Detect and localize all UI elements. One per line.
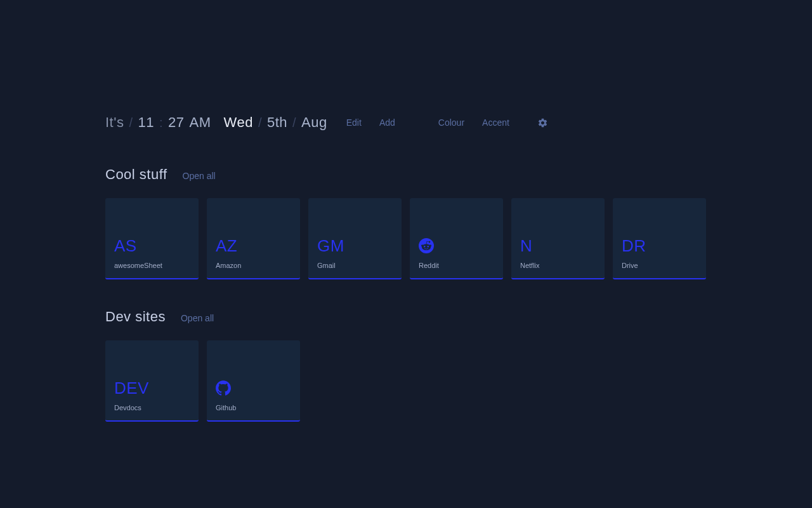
bookmark-tile[interactable]: NNetflix xyxy=(511,198,605,279)
header: It's / 11 : 27 AM Wed / 5th / Aug Edit A… xyxy=(105,114,707,131)
clock-meridiem: AM xyxy=(190,114,211,131)
open-all-button[interactable]: Open all xyxy=(183,171,216,181)
tile-label: Reddit xyxy=(419,262,494,269)
tile-display: DR xyxy=(622,236,697,255)
tile-display: AZ xyxy=(216,236,291,255)
colour-button[interactable]: Colour xyxy=(438,117,464,128)
clock-sep: / xyxy=(129,116,133,130)
bookmark-group: Cool stuffOpen allASawesomeSheetAZAmazon… xyxy=(105,166,707,279)
clock-prefix: It's xyxy=(105,114,124,131)
clock: It's / 11 : 27 AM Wed / 5th / Aug xyxy=(105,114,327,131)
tile-label: awesomeSheet xyxy=(114,262,190,269)
tile-label: Github xyxy=(216,404,291,411)
tile-display: AS xyxy=(114,236,190,255)
tile-label: Drive xyxy=(622,262,697,269)
toolbar: Edit Add Colour Accent xyxy=(346,117,548,128)
tile-display: DEV xyxy=(114,378,190,398)
bookmark-tile[interactable]: DRDrive xyxy=(613,198,706,279)
clock-sep: / xyxy=(258,116,262,130)
edit-button[interactable]: Edit xyxy=(346,117,362,128)
tile-label: Gmail xyxy=(317,262,393,269)
tile-label: Amazon xyxy=(216,262,291,269)
bookmark-group: Dev sitesOpen allDEVDevdocsGithub xyxy=(105,309,707,422)
gear-icon[interactable] xyxy=(537,117,548,128)
open-all-button[interactable]: Open all xyxy=(181,313,214,323)
clock-minute: 27 xyxy=(168,114,184,131)
group-header: Cool stuffOpen all xyxy=(105,166,707,183)
tile-label: Netflix xyxy=(520,262,596,269)
bookmark-tile[interactable]: DEVDevdocs xyxy=(105,340,199,422)
add-button[interactable]: Add xyxy=(379,117,395,128)
accent-button[interactable]: Accent xyxy=(482,117,509,128)
bookmark-tile[interactable]: GMGmail xyxy=(308,198,402,279)
tiles-row: DEVDevdocsGithub xyxy=(105,340,707,422)
clock-day: 5th xyxy=(267,114,287,131)
tiles-row: ASawesomeSheetAZAmazonGMGmailRedditNNetf… xyxy=(105,198,707,279)
group-title: Dev sites xyxy=(105,309,166,325)
tile-display xyxy=(216,378,291,398)
bookmark-tile[interactable]: Reddit xyxy=(410,198,503,279)
tile-display xyxy=(419,236,494,255)
bookmark-tile[interactable]: ASawesomeSheet xyxy=(105,198,199,279)
github-icon xyxy=(216,380,231,396)
bookmark-tile[interactable]: Github xyxy=(207,340,300,422)
clock-hour: 11 xyxy=(138,114,154,131)
clock-sep: / xyxy=(292,116,296,130)
bookmark-tile[interactable]: AZAmazon xyxy=(207,198,300,279)
clock-sep: : xyxy=(159,116,163,130)
group-title: Cool stuff xyxy=(105,166,167,183)
clock-month: Aug xyxy=(301,114,327,131)
group-header: Dev sitesOpen all xyxy=(105,309,707,325)
reddit-icon xyxy=(419,238,434,253)
tile-display: GM xyxy=(317,236,393,255)
tile-label: Devdocs xyxy=(114,404,190,411)
tile-display: N xyxy=(520,236,596,255)
clock-weekday: Wed xyxy=(224,114,253,131)
